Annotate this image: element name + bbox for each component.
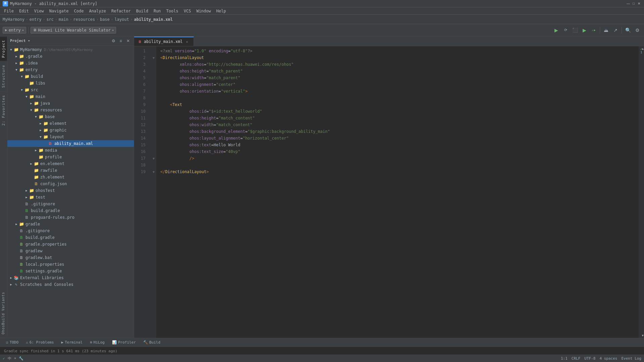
tree-gradle-properties[interactable]: 🗎 gradle.properties <box>7 241 134 248</box>
menu-navigate[interactable]: Navigate <box>47 7 71 15</box>
code-line-19[interactable]: </ DirectionalLayout > <box>156 168 639 175</box>
panel-close-btn[interactable]: ✕ <box>125 38 131 44</box>
config-selector[interactable]: ▶ entry ▾ <box>3 27 26 34</box>
tree-profile[interactable]: 📁 profile <box>7 154 134 160</box>
bottom-tab-terminal[interactable]: ▶ Terminal <box>58 339 86 346</box>
search-button[interactable]: 🔍 <box>624 26 632 34</box>
tree-gradle[interactable]: ▶ 📁 gradle <box>7 221 134 227</box>
tree-local-properties[interactable]: 🗎 local.properties <box>7 261 134 268</box>
close-button[interactable]: ✕ <box>637 1 641 6</box>
tree-myharmony[interactable]: ▼ 📁 MyHarmony D:\HarmontOS\MyHarmony <box>7 46 134 53</box>
tree-gradlew[interactable]: 🗎 gradlew <box>7 248 134 254</box>
tree-layout[interactable]: ▼ 📁 layout <box>7 134 134 140</box>
status-icon-3[interactable]: 🔧 <box>19 356 23 361</box>
code-line-8[interactable] <box>156 95 639 101</box>
tree-scratches[interactable]: ▶ ✎ Scratches and Consoles <box>7 281 134 288</box>
breadcrumb-base[interactable]: base <box>100 17 110 22</box>
tree-ability-main-xml[interactable]: 🗎 ability_main.xml <box>7 140 134 147</box>
tree-graphic[interactable]: ▶ 📁 graphic <box>7 127 134 134</box>
tree-gradle-hidden[interactable]: ▶ 📁 .gradle <box>7 53 134 60</box>
bottom-tab-build[interactable]: 🔨 Build <box>140 339 164 346</box>
tree-media[interactable]: ▶ 📁 media <box>7 147 134 154</box>
tree-java[interactable]: ▶ 📁 java <box>7 100 134 107</box>
tree-proguard[interactable]: 🗎 proguard-rules.pro <box>7 214 134 221</box>
sidebar-tab-ohosbuild[interactable]: OhosBuild Variants <box>0 289 7 338</box>
breadcrumb-layout[interactable]: layout <box>114 17 129 22</box>
tree-test[interactable]: ▶ 📁 test <box>7 194 134 201</box>
panel-settings-btn[interactable]: ⚙ <box>110 38 116 44</box>
tree-resources[interactable]: ▼ 📁 resources <box>7 107 134 113</box>
code-line-1[interactable]: <?xml version = "1.0" encoding = "utf-8"… <box>156 48 639 54</box>
tree-src[interactable]: ▼ 📁 src <box>7 87 134 93</box>
bottom-tab-profiler[interactable]: 📊 Profiler <box>109 339 139 346</box>
minimize-button[interactable]: — <box>626 1 631 6</box>
code-line-17[interactable]: /> <box>156 155 639 162</box>
status-line-col[interactable]: 1:1 <box>561 356 568 361</box>
status-indent[interactable]: 4 spaces <box>599 356 617 361</box>
sidebar-tab-structure[interactable]: Structure <box>0 61 7 91</box>
menu-tools[interactable]: Tools <box>164 7 181 15</box>
tree-build[interactable]: ▼ 📁 build <box>7 73 134 80</box>
status-encoding[interactable]: UTF-8 <box>584 356 595 361</box>
menu-refactor[interactable]: Refactor <box>109 7 133 15</box>
bottom-tab-hilog[interactable]: ≡ HiLog <box>87 339 108 346</box>
code-line-11[interactable]: ohos:height = "match_content" <box>156 115 639 121</box>
sidebar-tab-favorites[interactable]: 2: Favorites <box>0 91 7 129</box>
code-line-5[interactable]: ohos:width = "match_parent" <box>156 74 639 81</box>
menu-build[interactable]: Build <box>133 7 151 15</box>
breadcrumb-src[interactable]: src <box>46 17 54 22</box>
menu-file[interactable]: File <box>1 7 16 15</box>
status-icon-2[interactable]: ☀ <box>14 356 16 361</box>
menu-edit[interactable]: Edit <box>16 7 32 15</box>
code-line-9[interactable]: < Text <box>156 101 639 108</box>
settings-button[interactable]: ⚙ <box>633 26 641 34</box>
tree-settings-gradle[interactable]: 🗎 settings.gradle <box>7 268 134 274</box>
code-line-16[interactable]: ohos:text_size = "40vp" <box>156 148 639 155</box>
tree-zh-element[interactable]: 📁 zh.element <box>7 174 134 180</box>
toolbar-btn-4[interactable]: ▶ <box>580 26 588 34</box>
tree-main[interactable]: ▼ 📁 main <box>7 93 134 100</box>
tree-ohostest[interactable]: ▶ 📁 ohosTest <box>7 187 134 194</box>
code-line-14[interactable]: ohos:layout_alignment = "horizontal_cent… <box>156 135 639 142</box>
code-line-2[interactable]: < DirectionalLayout <box>156 54 639 61</box>
tree-idea[interactable]: ▶ 📁 .idea <box>7 60 134 66</box>
tree-gitignore-root[interactable]: 🗎 .gitignore <box>7 227 134 234</box>
code-line-3[interactable]: xmlns:ohos = "http://schemas.huawei.com/… <box>156 61 639 68</box>
menu-vcs[interactable]: VCS <box>181 7 194 15</box>
tree-external-libs[interactable]: ▶ 📚 External Libraries <box>7 274 134 281</box>
toolbar-btn-2[interactable]: ⟳ <box>561 26 570 34</box>
run-button[interactable]: ▶ <box>552 26 560 34</box>
code-line-12[interactable]: ohos:width = "match_content" <box>156 121 639 128</box>
menu-help[interactable]: Help <box>214 7 229 15</box>
toolbar-btn-7[interactable]: ↗ <box>611 26 620 34</box>
tree-gradlew-bat[interactable]: 🗎 gradlew.bat <box>7 254 134 261</box>
fold-2[interactable]: ▼ <box>151 54 156 61</box>
bottom-tab-todo[interactable]: ☑ TODO <box>3 339 22 346</box>
scroll-up-icon[interactable]: ▲ <box>642 47 644 50</box>
tree-en-element[interactable]: ▶ 📁 en.element <box>7 160 134 167</box>
window-controls[interactable]: — □ ✕ <box>626 1 641 6</box>
fold-17[interactable]: ▼ <box>151 155 156 162</box>
tree-build-gradle-root[interactable]: 🗎 build.gradle <box>7 234 134 241</box>
breadcrumb-main[interactable]: main <box>59 17 68 22</box>
tree-config-json[interactable]: 🗎 config.json <box>7 180 134 187</box>
menu-run[interactable]: Run <box>151 7 164 15</box>
tree-element[interactable]: ▶ 📁 element <box>7 120 134 127</box>
tab-close-btn[interactable]: ✕ <box>185 39 190 44</box>
code-editor[interactable]: <?xml version = "1.0" encoding = "utf-8"… <box>156 46 639 338</box>
editor-tab-ability-main[interactable]: 🗎 ability_main.xml ✕ <box>134 37 194 46</box>
bottom-tab-problems[interactable]: ⚠ 6: Problems <box>22 339 57 346</box>
breadcrumb-myharmony[interactable]: MyHarmony <box>3 17 24 22</box>
code-line-4[interactable]: ohos:height = "match_parent" <box>156 68 639 74</box>
panel-collapse-btn[interactable]: ≡ <box>118 38 124 44</box>
code-line-7[interactable]: ohos:orientation = "vertical" > <box>156 88 639 95</box>
menu-analyze[interactable]: Analyze <box>86 7 109 15</box>
menu-window[interactable]: Window <box>194 7 213 15</box>
tree-base[interactable]: ▼ 📁 base <box>7 113 134 120</box>
tree-entry[interactable]: ▼ 📁 entry <box>7 66 134 73</box>
menu-code[interactable]: Code <box>71 7 87 15</box>
breadcrumb-resources[interactable]: resources <box>73 17 95 22</box>
tree-rawfile[interactable]: 📁 rawfile <box>7 167 134 174</box>
code-line-15[interactable]: ohos:text = Hello World <box>156 142 639 148</box>
menu-view[interactable]: View <box>32 7 47 15</box>
